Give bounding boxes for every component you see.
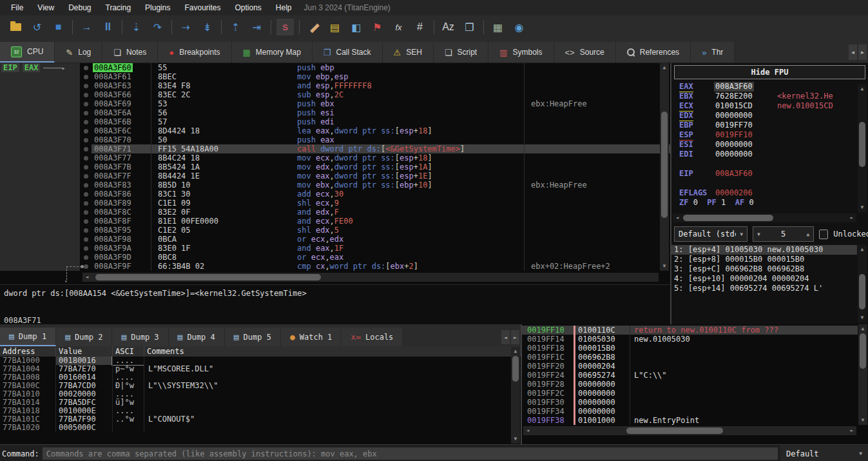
argument-row[interactable]: 5: [esp+14] 00695274 00695274 L' bbox=[671, 284, 857, 293]
tab-source[interactable]: <>Source bbox=[554, 42, 616, 63]
disasm-row[interactable]: 008A3F7B8B5424 1Amov edx,dword ptr ss:[e… bbox=[0, 162, 670, 172]
disasm-row[interactable]: 008A3F8683C1 30add ecx,30 bbox=[0, 190, 670, 199]
register-row[interactable]: EDX00000000 bbox=[671, 111, 868, 121]
dump-tab-watch-1[interactable]: ●Watch 1 bbox=[281, 328, 342, 346]
stack-row[interactable]: 0019FF1C006962B8 bbox=[522, 353, 858, 362]
tab-references[interactable]: References bbox=[616, 42, 691, 63]
breakpoint-dot[interactable] bbox=[80, 199, 92, 208]
tab-thr[interactable]: »Thr bbox=[691, 42, 735, 63]
tab-symbols[interactable]: ▥Symbols bbox=[488, 42, 554, 63]
stack-row[interactable]: 0019FF3801001000new.EntryPoint bbox=[522, 416, 858, 425]
font-icon[interactable]: Az bbox=[439, 19, 457, 35]
register-row[interactable]: EBX7628E200<kernel32.He bbox=[671, 92, 868, 101]
step-into-icon[interactable]: ⇣ bbox=[128, 19, 145, 35]
breakpoint-dot[interactable] bbox=[80, 181, 92, 190]
tab-log[interactable]: ✎Log bbox=[55, 42, 102, 63]
scroll-up-icon[interactable]: ▲ bbox=[660, 63, 669, 72]
command-profile-dropdown[interactable]: Default ▼ bbox=[780, 446, 868, 461]
arg-count-spinner[interactable]: ▼ 5 ▲ bbox=[753, 226, 814, 242]
stack-hscrollbar[interactable]: ◄ ► bbox=[523, 426, 856, 435]
stack-row[interactable]: 0019FF3400000000 bbox=[522, 407, 858, 416]
scroll-thumb[interactable] bbox=[859, 122, 865, 167]
tab-seh[interactable]: ⚠SEH bbox=[383, 42, 434, 63]
dump-tab-dump-5[interactable]: ▤Dump 5 bbox=[225, 328, 281, 346]
scroll-up-icon[interactable]: ▲ bbox=[858, 324, 867, 333]
skip-exceptions-icon[interactable]: S bbox=[276, 19, 294, 35]
scroll-thumb[interactable] bbox=[859, 274, 865, 309]
disasm-row[interactable]: 008A3F6055push ebp bbox=[0, 63, 670, 72]
disasm-row[interactable]: 008A3F9D0BC8or ecx,eax bbox=[0, 253, 670, 262]
menu-favourites[interactable]: Favourites bbox=[177, 3, 227, 12]
restart-icon[interactable]: ↺ bbox=[28, 19, 46, 35]
stack-row[interactable]: 0019FF3000000000 bbox=[522, 398, 858, 407]
disasm-row[interactable]: 008A3F778B4C24 18mov ecx,dword ptr ss:[e… bbox=[0, 153, 670, 162]
disasm-vscrollbar[interactable]: ▲ ▼ bbox=[660, 63, 669, 271]
register-row[interactable]: EFLAGS00000206 bbox=[671, 188, 868, 198]
breakpoint-dot[interactable] bbox=[80, 72, 92, 81]
pause-icon[interactable]: II bbox=[99, 19, 117, 35]
scroll-down-icon[interactable]: ▼ bbox=[858, 203, 867, 212]
column-header-asci[interactable]: ASCI bbox=[113, 346, 144, 357]
disasm-row[interactable]: 008A3F89C1E1 09shl ecx,9 bbox=[0, 199, 670, 208]
argument-row[interactable]: 4: [esp+10] 00000204 00000204 bbox=[671, 274, 857, 284]
menu-debug[interactable]: Debug bbox=[61, 3, 98, 12]
stack-row[interactable]: 0019FF2000000204 bbox=[522, 362, 858, 371]
breakpoint-dot[interactable] bbox=[80, 208, 92, 217]
disasm-row[interactable]: 008A3F8F81E1 00FE0000and ecx,FE00 bbox=[0, 217, 670, 226]
run-to-user-code-icon[interactable]: ⇥ bbox=[248, 19, 265, 35]
breakpoint-dot[interactable] bbox=[80, 108, 92, 117]
stack-row[interactable]: 0019FF1401005030new.01005030 bbox=[522, 335, 858, 344]
menu-view[interactable]: View bbox=[30, 3, 61, 12]
scroll-up-icon[interactable]: ▲ bbox=[858, 245, 867, 254]
breakpoint-dot[interactable] bbox=[80, 190, 92, 199]
breakpoint-dot[interactable] bbox=[80, 226, 92, 235]
register-row[interactable]: EBP0019FF70 bbox=[671, 121, 868, 130]
dump-scroll-right-icon[interactable]: ► bbox=[511, 330, 519, 344]
argument-row[interactable]: 3: [esp+C] 006962B8 006962B8 bbox=[671, 264, 857, 274]
scroll-thumb[interactable] bbox=[512, 356, 519, 382]
tab-script[interactable]: ❏Script bbox=[434, 42, 488, 63]
spinner-up-icon[interactable]: ▲ bbox=[807, 231, 810, 237]
menu-help[interactable]: Help bbox=[269, 3, 299, 12]
scroll-thumb[interactable] bbox=[95, 274, 321, 280]
scroll-left-icon[interactable]: ◄ bbox=[82, 273, 92, 282]
stack-row[interactable]: 0019FF2C00000000 bbox=[522, 389, 858, 398]
breakpoint-dot[interactable] bbox=[80, 135, 92, 144]
calculator-icon[interactable]: ▦ bbox=[489, 19, 506, 35]
internet-icon[interactable]: ◉ bbox=[510, 19, 528, 35]
disasm-row[interactable]: 008A3F9A83E0 1Fand eax,1F bbox=[0, 244, 670, 253]
tab-memory-map[interactable]: ▦Memory Map bbox=[232, 42, 313, 63]
breakpoint-dot[interactable] bbox=[80, 172, 92, 181]
breakpoint-dot[interactable] bbox=[80, 153, 92, 162]
step-over-icon[interactable]: ↷ bbox=[149, 19, 166, 35]
disasm-hscrollbar[interactable]: ◄ bbox=[82, 273, 659, 282]
register-row[interactable]: EAX008A3F60 bbox=[671, 82, 868, 92]
argument-row[interactable]: 1: [esp+4] 01005030 new.01005030 bbox=[671, 245, 857, 255]
scroll-left-icon[interactable]: ◄ bbox=[523, 426, 532, 435]
register-row[interactable]: ESI00000000 bbox=[671, 140, 868, 150]
disasm-row[interactable]: 008A3F838B5D 10mov ebx,dword ptr ss:[ebp… bbox=[0, 181, 670, 190]
dump-tab-dump-4[interactable]: ▤Dump 4 bbox=[169, 328, 225, 346]
breakpoint-dot[interactable] bbox=[80, 244, 92, 253]
run-to-icon[interactable]: ⇢ bbox=[177, 19, 195, 35]
menu-file[interactable]: File bbox=[4, 3, 30, 12]
disasm-row[interactable]: 008A3F71FF15 54A18A00call dword ptr ds:[… bbox=[0, 144, 670, 153]
scroll-thumb[interactable] bbox=[626, 427, 723, 434]
command-input[interactable] bbox=[43, 447, 778, 460]
breakpoint-dot[interactable] bbox=[80, 235, 92, 244]
breakpoint-dot[interactable] bbox=[80, 99, 92, 108]
tab-scroll-left-icon[interactable]: ◄ bbox=[849, 44, 857, 60]
step-into-trace-icon[interactable]: ⇟ bbox=[198, 19, 216, 35]
disasm-row[interactable]: 008A3F6A56push esi bbox=[0, 108, 670, 117]
arguments-vscrollbar[interactable]: ▲ ▼ bbox=[858, 245, 867, 322]
column-header-value[interactable]: Value bbox=[56, 346, 113, 357]
scroll-down-icon[interactable]: ▼ bbox=[660, 262, 669, 271]
bookmarks-icon[interactable]: ⚑ bbox=[369, 19, 386, 35]
dump-row[interactable]: 77BA10200005000C bbox=[0, 424, 521, 432]
disasm-row[interactable]: 008A3F6B57push edi bbox=[0, 117, 670, 126]
tab-call-stack[interactable]: ❐Call Stack bbox=[313, 42, 383, 63]
menu-plugins[interactable]: Plugins bbox=[138, 3, 177, 12]
breakpoint-dot[interactable] bbox=[80, 253, 92, 262]
scroll-thumb[interactable] bbox=[683, 215, 773, 221]
stack-row[interactable]: 0019FF100100110Creturn to new.0100110C f… bbox=[522, 326, 858, 335]
